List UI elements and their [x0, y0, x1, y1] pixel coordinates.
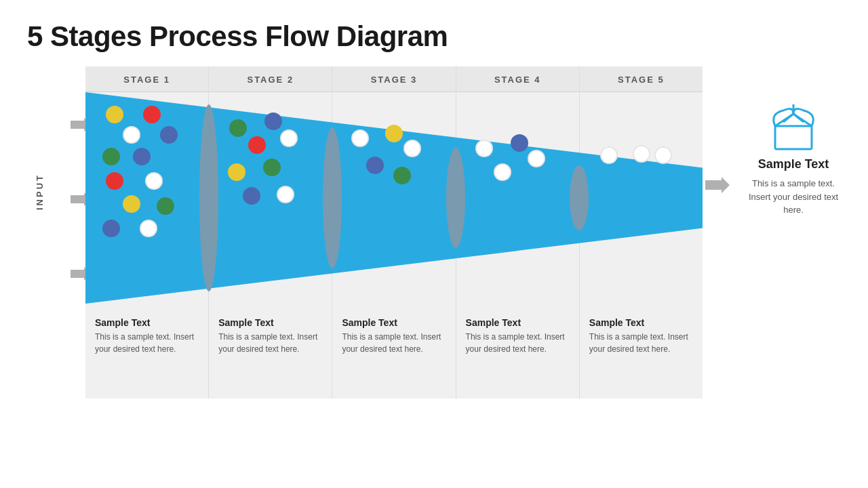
dot-4-2 — [528, 150, 545, 167]
dot-2-3 — [280, 129, 298, 147]
stage-visual-3 — [332, 92, 455, 310]
input-text: INPUT — [35, 174, 45, 210]
dot-2-6 — [243, 187, 260, 205]
dot-1-11 — [140, 220, 157, 237]
dots-layer-3 — [332, 92, 455, 310]
dot-1-9 — [157, 197, 174, 215]
svg-marker-3 — [705, 177, 730, 193]
dot-1-4 — [102, 148, 120, 165]
dot-1-2 — [123, 126, 140, 144]
stage-visual-2 — [209, 92, 332, 310]
stage-text-area-4: Sample TextThis is a sample text. Insert… — [456, 310, 579, 399]
output-column: Sample Text This is a sample text. Inser… — [732, 66, 841, 217]
svg-rect-4 — [775, 126, 812, 149]
stage-header-5: STAGE 5 — [580, 66, 703, 92]
stage-col-2: STAGE 2Sample TextThis is a sample text.… — [209, 66, 332, 399]
stage-text-area-5: Sample TextThis is a sample text. Insert… — [580, 310, 703, 399]
dot-5-0 — [600, 146, 618, 164]
dot-1-10 — [102, 220, 120, 237]
stage-header-1: STAGE 1 — [85, 66, 208, 92]
stage-header-2: STAGE 2 — [209, 66, 332, 92]
dot-1-1 — [143, 106, 161, 123]
stage-text-body-1: This is a sample text. Insert your desir… — [95, 331, 199, 355]
stage-text-title-3: Sample Text — [342, 317, 446, 328]
dot-2-4 — [228, 163, 245, 181]
output-icon — [763, 100, 824, 157]
output-section: Sample Text This is a sample text. Inser… — [703, 66, 841, 217]
stage-text-title-5: Sample Text — [589, 317, 693, 328]
dot-3-4 — [393, 167, 411, 184]
input-label: INPUT — [27, 66, 52, 317]
stages-wrapper: STAGE 1Sample TextThis is a sample text.… — [85, 66, 703, 399]
main-area: INPUT — [27, 66, 841, 399]
slide: 5 Stages Process Flow Diagram INPUT — [0, 0, 868, 488]
dots-layer-1 — [85, 92, 208, 310]
dot-3-0 — [351, 129, 369, 147]
page-title: 5 Stages Process Flow Diagram — [27, 20, 841, 53]
dot-1-7 — [145, 172, 163, 190]
dot-2-0 — [229, 119, 247, 137]
stage-text-area-1: Sample TextThis is a sample text. Insert… — [85, 310, 208, 399]
stages-block: STAGE 1Sample TextThis is a sample text.… — [85, 66, 703, 399]
stage-text-area-3: Sample TextThis is a sample text. Insert… — [332, 310, 455, 399]
dot-3-1 — [385, 125, 403, 142]
stage-header-4: STAGE 4 — [456, 66, 579, 92]
dot-2-2 — [248, 136, 266, 154]
stage-col-3: STAGE 3Sample TextThis is a sample text.… — [332, 66, 456, 399]
dots-layer-4 — [456, 92, 579, 310]
dots-layer-2 — [209, 92, 332, 310]
dot-2-5 — [263, 159, 281, 176]
stage-col-1: STAGE 1Sample TextThis is a sample text.… — [85, 66, 209, 399]
dot-4-0 — [475, 140, 493, 157]
dot-1-5 — [133, 148, 151, 165]
stage-header-3: STAGE 3 — [332, 66, 455, 92]
stage-text-body-5: This is a sample text. Insert your desir… — [589, 331, 693, 355]
dot-1-6 — [106, 172, 123, 190]
stage-col-5: STAGE 5Sample TextThis is a sample text.… — [580, 66, 703, 399]
output-arrow — [705, 177, 730, 196]
stage-visual-4 — [456, 92, 579, 310]
stage-text-title-4: Sample Text — [466, 317, 570, 328]
output-title: Sample Text — [758, 157, 829, 171]
output-body: This is a sample text. Insert your desir… — [746, 177, 841, 217]
dots-layer-5 — [580, 92, 703, 310]
dot-1-0 — [106, 106, 123, 123]
stage-visual-5 — [580, 92, 703, 310]
dot-3-2 — [403, 140, 421, 157]
stage-col-4: STAGE 4Sample TextThis is a sample text.… — [456, 66, 580, 399]
stage-text-area-2: Sample TextThis is a sample text. Insert… — [209, 310, 332, 399]
stage-visual-1 — [85, 92, 208, 310]
dot-4-3 — [494, 163, 511, 181]
dot-1-8 — [123, 195, 140, 213]
dot-1-3 — [160, 126, 178, 144]
dot-5-2 — [654, 146, 672, 164]
stage-text-body-4: This is a sample text. Insert your desir… — [466, 331, 570, 355]
stage-text-body-3: This is a sample text. Insert your desir… — [342, 331, 446, 355]
stage-text-title-2: Sample Text — [218, 317, 322, 328]
arrows-column — [56, 66, 85, 317]
dot-4-1 — [511, 134, 528, 152]
dot-2-1 — [264, 113, 282, 130]
dot-3-3 — [366, 157, 384, 174]
dot-5-1 — [633, 145, 650, 163]
stage-text-body-2: This is a sample text. Insert your desir… — [218, 331, 322, 355]
stage-text-title-1: Sample Text — [95, 317, 199, 328]
dot-2-7 — [277, 186, 294, 203]
